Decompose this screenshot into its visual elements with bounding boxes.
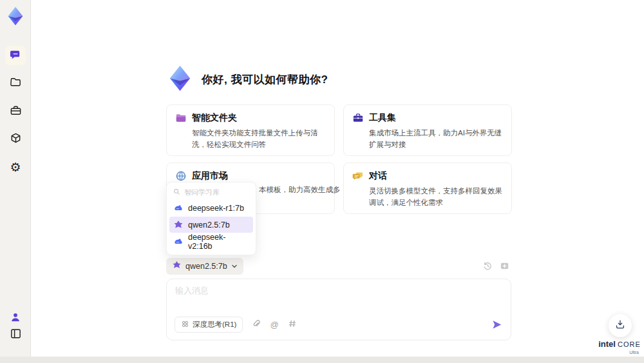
card-description: 灵活切换多模型文件，支持多样回复效果调试，满足个性化需求 [369,186,503,209]
intel-core-badge: intelcore Ultra [596,338,643,355]
model-option-qwen[interactable]: qwen2.5:7b [169,217,253,233]
gear-icon: ⚙ [10,161,21,173]
chat-bubble-icon [10,48,22,63]
model-dropdown-header: 智问学习库 [167,186,256,199]
intel-brand-text: intel [598,339,616,349]
intel-tier-text: Ultra [596,350,643,355]
deep-think-toggle[interactable]: 深度思考(R1) [175,317,243,333]
card-title: 工具集 [369,112,396,124]
app-logo-icon [5,5,26,27]
card-description: 智能文件夹功能支持批量文件上传与清洗，轻松实现文件问答 [192,128,326,151]
qwen-logo-icon [172,260,182,273]
sidebar-item-panel-toggle[interactable] [5,325,26,344]
purple-folder-icon [175,112,187,124]
card-title: 智能文件夹 [192,112,237,124]
new-chat-button[interactable] [500,261,509,271]
model-option-deepseek-r1[interactable]: deepseek-r1:7b [169,200,253,216]
intel-product-text: core [618,340,641,348]
sidebar-item-chat[interactable] [5,46,26,65]
chevron-down-icon [231,260,238,272]
send-button[interactable] [491,319,502,330]
model-option-deepseek-v2[interactable]: deepseek-v2:16b [169,233,253,250]
model-dropdown: 智问学习库 deepseek-r1:7b qwen2.5:7b [166,182,256,255]
briefcase-icon [10,104,22,119]
card-description-partial: 本模板，助力高效生成多 [259,185,340,195]
deepseek-whale-icon [173,203,184,213]
at-sign-icon: @ [270,320,278,329]
model-selector-label: qwen2.5:7b [185,262,227,271]
mention-button[interactable]: @ [270,320,278,329]
card-smart-folder[interactable]: 智能文件夹 智能文件夹功能支持批量文件上传与清洗，轻松实现文件问答 [166,104,335,156]
model-option-label: deepseek-r1:7b [188,204,244,213]
message-input[interactable] [175,285,500,316]
hash-grid-icon [288,319,297,331]
attach-file-button[interactable] [252,319,261,331]
folder-icon [10,76,22,91]
app-window: ⚙ 你好, 我可以如何帮助你? [0,0,644,363]
sidebar-item-toolbox[interactable] [5,102,26,121]
window-bottom-edge [0,357,644,363]
commands-button[interactable] [288,319,297,331]
greeting-logo-icon [165,63,195,93]
briefcase-icon [352,112,364,124]
card-conversation[interactable]: 对话 灵活切换多模型文件，支持多样回复效果调试，满足个性化需求 [343,162,512,214]
cube-icon [10,132,22,147]
paperclip-icon [252,319,261,331]
model-option-label: qwen2.5:7b [188,221,230,230]
history-button[interactable] [483,261,493,271]
card-description: 集成市场上主流工具，助力AI与外界无缝扩展与对接 [369,128,503,151]
sidebar-item-settings[interactable]: ⚙ [5,157,26,177]
card-title: 应用市场 [192,170,228,182]
yellow-chat-icon [352,170,364,182]
model-option-label: deepseek-v2:16b [188,233,249,251]
page-title: 你好, 我可以如何帮助你? [202,72,328,87]
sidebar-item-apps[interactable] [5,130,26,149]
card-title: 对话 [369,170,387,182]
sidebar-item-folders[interactable] [5,74,26,93]
card-toolset[interactable]: 工具集 集成市场上主流工具，助力AI与外界无缝扩展与对接 [343,104,512,156]
search-icon [173,188,180,197]
deep-think-label: 深度思考(R1) [193,320,236,329]
model-dropdown-header-label: 智问学习库 [184,188,220,197]
download-icon [614,319,626,333]
sidebar: ⚙ [0,0,31,363]
chat-input-panel: 深度思考(R1) @ [166,279,511,340]
panel-layout-icon [10,328,22,342]
atom-icon [181,320,189,329]
app-market-globe-icon [175,170,187,182]
deepseek-whale-icon [173,237,184,247]
model-selector-button[interactable]: qwen2.5:7b [166,258,243,275]
download-button[interactable] [609,314,632,337]
qwen-logo-icon [173,220,184,230]
person-icon [10,311,21,326]
